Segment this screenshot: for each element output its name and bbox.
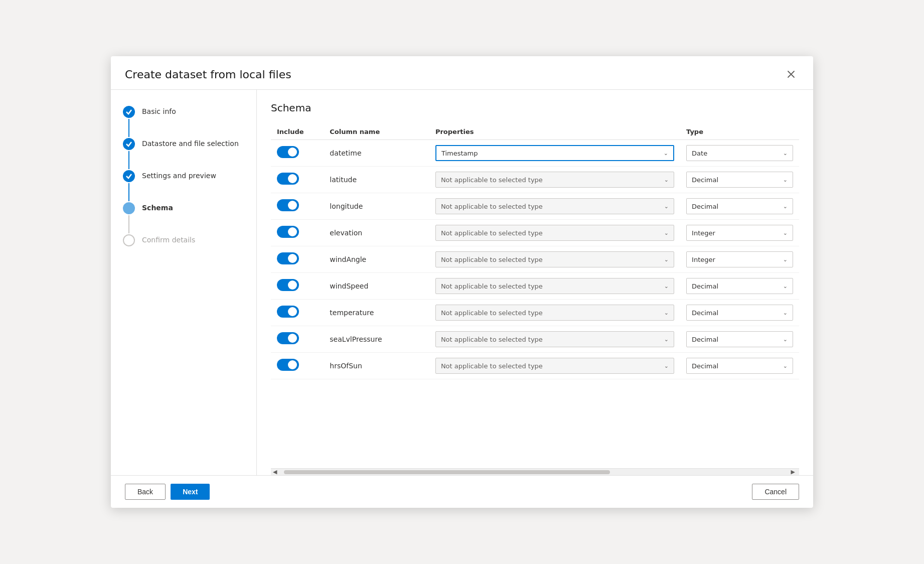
toggle-elevation[interactable]: [277, 226, 299, 238]
table-row: elevation Not applicable to selected typ…: [271, 220, 799, 246]
checkmark-icon: [125, 173, 132, 180]
type-cell-hrsOfSun: Decimal ⌄: [680, 353, 799, 379]
properties-dropdown-hrsOfSun[interactable]: Not applicable to selected type ⌄: [435, 358, 674, 374]
toggle-latitude[interactable]: [277, 173, 299, 185]
type-dropdown-datetime[interactable]: Date ⌄: [686, 145, 793, 161]
column-name-seaLvlPressure: seaLvlPressure: [324, 326, 429, 353]
step-circle-confirm: [123, 234, 135, 246]
table-row: latitude Not applicable to selected type…: [271, 167, 799, 193]
properties-dropdown-windSpeed[interactable]: Not applicable to selected type ⌄: [435, 278, 674, 294]
type-dropdown-latitude[interactable]: Decimal ⌄: [686, 172, 793, 188]
chevron-down-icon: ⌄: [783, 256, 788, 263]
properties-dropdown-elevation[interactable]: Not applicable to selected type ⌄: [435, 225, 674, 241]
step-circle-datastore: [123, 138, 135, 150]
step-line-2: [128, 151, 129, 169]
toggle-cell-latitude: [271, 167, 324, 193]
toggle-windAngle[interactable]: [277, 252, 299, 264]
chevron-down-icon: ⌄: [664, 230, 669, 236]
type-dropdown-temperature[interactable]: Decimal ⌄: [686, 305, 793, 321]
toggle-windSpeed[interactable]: [277, 279, 299, 291]
column-name-datetime: datetime: [324, 140, 429, 167]
type-cell-windAngle: Integer ⌄: [680, 246, 799, 273]
step-circle-basic-info: [123, 106, 135, 118]
chevron-down-icon: ⌄: [783, 363, 788, 369]
table-row: longitude Not applicable to selected typ…: [271, 193, 799, 220]
col-header-properties: Properties: [429, 124, 680, 140]
chevron-down-icon: ⌄: [783, 283, 788, 290]
scroll-thumb[interactable]: [284, 470, 610, 474]
chevron-down-icon: ⌄: [783, 336, 788, 343]
properties-cell-seaLvlPressure: Not applicable to selected type ⌄: [429, 326, 680, 353]
chevron-down-icon: ⌄: [664, 310, 669, 316]
table-row: windSpeed Not applicable to selected typ…: [271, 273, 799, 300]
column-name-elevation: elevation: [324, 220, 429, 246]
type-dropdown-longitude[interactable]: Decimal ⌄: [686, 198, 793, 214]
properties-dropdown-longitude[interactable]: Not applicable to selected type ⌄: [435, 198, 674, 214]
col-header-type: Type: [680, 124, 799, 140]
step-circle-schema: [123, 202, 135, 214]
col-header-name: Column name: [324, 124, 429, 140]
checkmark-icon: [125, 108, 132, 115]
column-name-longitude: longitude: [324, 193, 429, 220]
chevron-down-icon: ⌄: [783, 150, 788, 157]
sidebar-item-datastore: Datastore and file selection: [123, 138, 244, 170]
toggle-hrsOfSun[interactable]: [277, 359, 299, 371]
step-label-schema: Schema: [142, 202, 173, 213]
sidebar-item-settings: Settings and preview: [123, 170, 244, 202]
column-name-hrsOfSun: hrsOfSun: [324, 353, 429, 379]
properties-cell-windSpeed: Not applicable to selected type ⌄: [429, 273, 680, 300]
toggle-cell-windAngle: [271, 246, 324, 273]
toggle-datetime[interactable]: [277, 146, 299, 158]
type-dropdown-windAngle[interactable]: Integer ⌄: [686, 251, 793, 267]
toggle-seaLvlPressure[interactable]: [277, 332, 299, 344]
properties-dropdown-seaLvlPressure[interactable]: Not applicable to selected type ⌄: [435, 331, 674, 347]
toggle-cell-hrsOfSun: [271, 353, 324, 379]
toggle-cell-temperature: [271, 300, 324, 326]
type-dropdown-seaLvlPressure[interactable]: Decimal ⌄: [686, 331, 793, 347]
close-button[interactable]: [783, 66, 799, 82]
chevron-down-icon: ⌄: [664, 256, 669, 263]
type-dropdown-hrsOfSun[interactable]: Decimal ⌄: [686, 358, 793, 374]
horizontal-scrollbar[interactable]: ◀ ▶: [271, 468, 799, 475]
column-name-windSpeed: windSpeed: [324, 273, 429, 300]
column-name-windAngle: windAngle: [324, 246, 429, 273]
dialog-title: Create dataset from local files: [125, 68, 291, 81]
properties-dropdown-windAngle[interactable]: Not applicable to selected type ⌄: [435, 251, 674, 267]
properties-dropdown-latitude[interactable]: Not applicable to selected type ⌄: [435, 172, 674, 188]
type-dropdown-elevation[interactable]: Integer ⌄: [686, 225, 793, 241]
step-label-basic-info: Basic info: [142, 106, 176, 117]
sidebar-item-schema: Schema: [123, 202, 244, 234]
table-row: temperature Not applicable to selected t…: [271, 300, 799, 326]
chevron-down-icon: ⌄: [664, 336, 669, 343]
type-cell-elevation: Integer ⌄: [680, 220, 799, 246]
type-dropdown-windSpeed[interactable]: Decimal ⌄: [686, 278, 793, 294]
toggle-longitude[interactable]: [277, 199, 299, 211]
next-button[interactable]: Next: [171, 484, 210, 500]
chevron-down-icon: ⌄: [783, 177, 788, 183]
table-row: windAngle Not applicable to selected typ…: [271, 246, 799, 273]
chevron-down-icon: ⌄: [783, 230, 788, 236]
properties-dropdown-temperature[interactable]: Not applicable to selected type ⌄: [435, 305, 674, 321]
toggle-cell-windSpeed: [271, 273, 324, 300]
close-icon: [787, 70, 795, 78]
chevron-down-icon: ⌄: [664, 363, 669, 369]
cancel-button[interactable]: Cancel: [752, 484, 799, 500]
scroll-left-arrow[interactable]: ◀: [271, 469, 279, 475]
chevron-down-icon: ⌄: [783, 203, 788, 210]
table-row: datetime Timestamp ⌄ Date ⌄: [271, 140, 799, 167]
step-line-1: [128, 119, 129, 137]
create-dataset-dialog: Create dataset from local files Basic in…: [111, 56, 813, 508]
toggle-temperature[interactable]: [277, 306, 299, 318]
step-circle-settings: [123, 170, 135, 182]
properties-cell-windAngle: Not applicable to selected type ⌄: [429, 246, 680, 273]
scroll-right-arrow[interactable]: ▶: [789, 469, 797, 475]
footer-left-actions: Back Next: [125, 484, 210, 500]
properties-dropdown-datetime[interactable]: Timestamp ⌄: [435, 145, 674, 161]
sidebar-item-confirm: Confirm details: [123, 234, 244, 246]
properties-cell-temperature: Not applicable to selected type ⌄: [429, 300, 680, 326]
back-button[interactable]: Back: [125, 484, 166, 500]
col-header-include: Include: [271, 124, 324, 140]
step-label-settings: Settings and preview: [142, 170, 216, 181]
schema-table: Include Column name Properties Type date…: [271, 124, 799, 379]
schema-table-wrap[interactable]: Include Column name Properties Type date…: [271, 124, 799, 468]
